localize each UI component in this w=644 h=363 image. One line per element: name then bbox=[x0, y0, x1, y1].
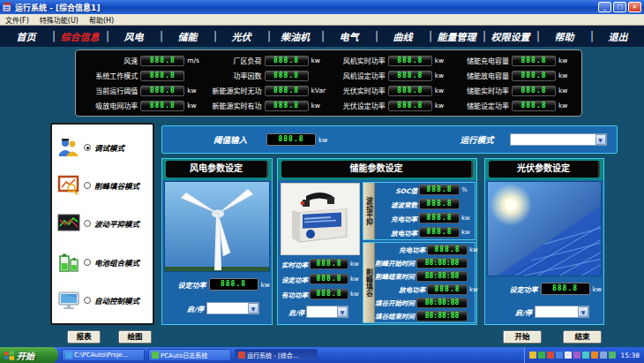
mode-item-smoothing[interactable]: 波动平抑模式 bbox=[54, 212, 151, 235]
overview-readout-panel: 风速888.8m/s 系统工作模式888.8 当前运行阈值888.8kw 吸放电… bbox=[75, 49, 582, 117]
storage-realtime-row: 实时功率 888.8 kw bbox=[278, 259, 363, 269]
taskbar-item-log-system[interactable]: PCAuto日志系统 bbox=[148, 349, 231, 361]
peak-start-time-row: 削峰开始时间88:88:88 bbox=[375, 258, 483, 268]
monitor-icon bbox=[57, 289, 80, 312]
filter-constant-row: 滤波常数888.8 bbox=[375, 199, 475, 209]
mode-item-auto-control[interactable]: 自动控制模式 bbox=[54, 289, 151, 312]
folder-icon bbox=[65, 352, 72, 359]
tray-icon[interactable] bbox=[565, 352, 572, 359]
tray-icon[interactable] bbox=[547, 352, 554, 359]
led-display: 888.8 bbox=[388, 56, 432, 66]
app-window: 运行系统 - [综合信息1] _ □ ✕ 文件(F) 特殊功能(U) 帮助(H)… bbox=[0, 0, 644, 363]
readout-grid-power: 吸放电网功率888.8kw bbox=[81, 98, 205, 113]
mode-item-battery-combo[interactable]: 电池组合模式 bbox=[54, 251, 151, 274]
menu-bar: 文件(F) 特殊功能(U) 帮助(H) bbox=[0, 14, 644, 26]
radio-smoothing-mode[interactable] bbox=[84, 220, 91, 227]
tab-electric[interactable]: 电气 bbox=[323, 29, 375, 43]
wind-set-power-input[interactable]: 888.8 bbox=[209, 278, 258, 291]
chevron-down-icon: ▼ bbox=[595, 134, 606, 145]
led-display: 888.8 bbox=[310, 259, 348, 269]
charge-power-row: 充电功率888.8kw bbox=[375, 213, 475, 223]
tab-wind[interactable]: 风电 bbox=[108, 29, 160, 43]
tray-icon[interactable] bbox=[591, 352, 598, 359]
led-display: 888.8 bbox=[265, 71, 309, 81]
mode-item-debug[interactable]: 调试模式 bbox=[54, 136, 151, 159]
start-menu-button[interactable]: 开始 bbox=[0, 347, 58, 363]
tab-exit[interactable]: 退出 bbox=[592, 29, 644, 43]
storage-panel: 储能参数设定 实时功率 888.8 kw 设定功率 8 bbox=[277, 158, 477, 325]
run-mode-label: 运行模式 bbox=[461, 133, 494, 146]
tab-help[interactable]: 帮助 bbox=[538, 29, 590, 43]
led-display: 888.8 bbox=[265, 101, 309, 111]
draw-button[interactable]: 绘图 bbox=[118, 330, 152, 344]
taskbar-item-run-system[interactable]: 运行系统 - [综合... bbox=[235, 349, 318, 361]
storage-start-stop-select[interactable]: ▼ bbox=[306, 306, 348, 318]
maximize-button[interactable]: □ bbox=[613, 2, 626, 12]
start-button[interactable]: 开始 bbox=[503, 330, 542, 344]
taskbar: 开始 C:\PCAuto\Proje... PCAuto日志系统 运行系统 - … bbox=[0, 347, 644, 363]
readout-current-threshold: 当前运行阈值888.8kw bbox=[81, 83, 205, 98]
menu-special[interactable]: 特殊功能(U) bbox=[40, 15, 79, 25]
tray-icon[interactable] bbox=[609, 352, 616, 359]
peak-shaving-vertical-label: 削峰填谷 bbox=[363, 243, 375, 322]
tab-storage[interactable]: 储能 bbox=[161, 29, 213, 43]
led-display: 888.8 bbox=[419, 185, 460, 195]
radio-battery-combo-mode[interactable] bbox=[84, 259, 91, 266]
menu-file[interactable]: 文件(F) bbox=[5, 15, 29, 25]
wind-panel-title: 风电参数设定 bbox=[166, 161, 268, 178]
threshold-input-label: 阈值输入 bbox=[213, 133, 247, 146]
peak-shaving-group: 削峰填谷 充电功率888.8kw 削峰开始时间88:88:88 削峰结束时间88… bbox=[363, 242, 476, 323]
readout-turbine-setpoint: 风机设定功率888.8kw bbox=[329, 68, 453, 83]
report-button[interactable]: 报表 bbox=[67, 330, 101, 344]
tray-icon[interactable] bbox=[600, 352, 607, 359]
readout-system-mode: 系统工作模式888.8 bbox=[81, 68, 205, 83]
users-icon bbox=[57, 136, 80, 159]
tab-permissions[interactable]: 权限设置 bbox=[484, 29, 536, 43]
tray-icon[interactable] bbox=[573, 352, 580, 359]
threshold-input[interactable]: 888.8 bbox=[266, 133, 316, 146]
pv-start-stop-select[interactable]: ▼ bbox=[535, 306, 589, 318]
led-display: 888.8 bbox=[388, 71, 432, 81]
led-display: 888.8 bbox=[427, 245, 468, 255]
minimize-button[interactable]: _ bbox=[598, 2, 611, 12]
mode-item-peak-shaving[interactable]: 削峰填谷模式 bbox=[54, 174, 151, 197]
led-display: 888.8 bbox=[512, 86, 556, 96]
led-time-display: 88:88:88 bbox=[416, 258, 468, 268]
led-display: 888.8 bbox=[140, 56, 184, 66]
pv-start-stop-row: 启/停 ▼ bbox=[485, 306, 605, 318]
led-display: 888.8 bbox=[512, 56, 556, 66]
tab-energy-mgmt[interactable]: 能量管理 bbox=[431, 29, 483, 43]
tray-icon[interactable] bbox=[529, 352, 536, 359]
readout-storage-charge-capacity: 储能充电容量888.8kw bbox=[453, 53, 576, 68]
menu-help[interactable]: 帮助(H) bbox=[89, 15, 114, 25]
close-button[interactable]: ✕ bbox=[628, 2, 641, 12]
pv-panel-header: 光伏参数设定 bbox=[485, 159, 603, 180]
wind-start-stop-select[interactable]: ▼ bbox=[206, 302, 259, 314]
tray-icon[interactable] bbox=[538, 352, 545, 359]
end-button[interactable]: 结束 bbox=[563, 330, 602, 344]
pv-panel: 光伏参数设定 bbox=[484, 158, 604, 325]
tab-pv[interactable]: 光伏 bbox=[215, 29, 267, 43]
windows-logo-icon bbox=[4, 351, 14, 360]
radio-peak-shaving-mode[interactable] bbox=[84, 182, 91, 189]
readout-pv-realtime: 光伏实时功率888.8kw bbox=[329, 83, 453, 98]
led-display: 888.8 bbox=[140, 101, 184, 111]
run-mode-select[interactable]: ▼ bbox=[510, 133, 607, 146]
tab-overview[interactable]: 综合信息 bbox=[54, 29, 106, 43]
pv-set-power-input[interactable]: 888.8 bbox=[541, 283, 590, 295]
tab-curve[interactable]: 曲线 bbox=[377, 29, 429, 43]
wind-panel: 风电参数设定 设定功率 888.8 kw bbox=[161, 158, 273, 325]
battery-image bbox=[281, 183, 360, 255]
tray-icon[interactable] bbox=[556, 352, 563, 359]
readout-pv-setpoint: 光伏设定功率888.8kw bbox=[329, 98, 453, 113]
tab-diesel[interactable]: 柴油机 bbox=[269, 29, 321, 43]
chevron-down-icon: ▼ bbox=[248, 303, 258, 314]
led-display: 888.8 bbox=[512, 71, 556, 81]
radio-auto-control-mode[interactable] bbox=[84, 297, 91, 304]
tray-icon[interactable] bbox=[582, 352, 589, 359]
app-icon bbox=[152, 352, 159, 359]
battery-icon bbox=[57, 251, 80, 274]
tab-home[interactable]: 首页 bbox=[0, 29, 52, 43]
taskbar-item-explorer[interactable]: C:\PCAuto\Proje... bbox=[62, 349, 145, 361]
radio-debug-mode[interactable] bbox=[84, 144, 91, 151]
